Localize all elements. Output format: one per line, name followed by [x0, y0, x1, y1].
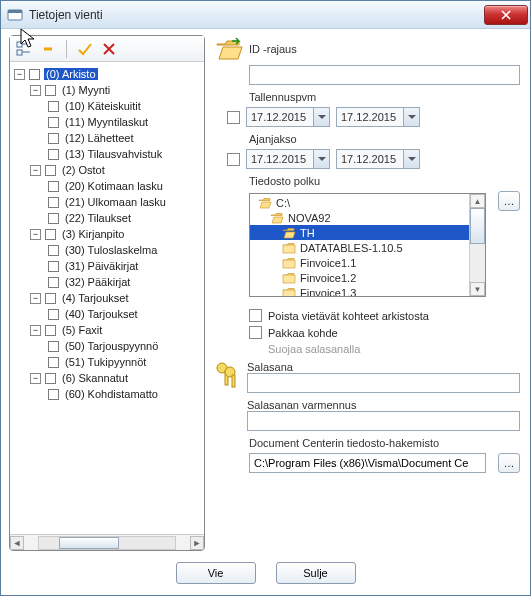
collapse-icon[interactable]: −	[30, 85, 41, 96]
window: Tietojen vienti	[0, 0, 531, 596]
scroll-thumb-v[interactable]	[470, 208, 485, 244]
tree-item[interactable]: (20) Kotimaan lasku	[63, 180, 165, 192]
tree-item[interactable]: (60) Kohdistamatto	[63, 388, 160, 400]
tree-checkbox[interactable]	[45, 229, 56, 240]
salasana-label: Salasana	[247, 361, 520, 373]
tree-checkbox[interactable]	[48, 181, 59, 192]
folder-list[interactable]: C:\NOVA92THDATATABLES-1.10.5Finvoice1.1F…	[249, 193, 486, 297]
tallennuspvm-from[interactable]: 17.12.2015	[246, 107, 330, 127]
folder-item[interactable]: Finvoice1.3	[250, 285, 469, 296]
uncheck-all-icon[interactable]	[101, 41, 117, 57]
tree-group[interactable]: (2) Ostot	[60, 164, 107, 176]
check-all-icon[interactable]	[77, 41, 93, 57]
svg-rect-1	[8, 10, 22, 13]
ajanjakso-from[interactable]: 17.12.2015	[246, 149, 330, 169]
tree-checkbox[interactable]	[45, 85, 56, 96]
collapse-icon[interactable]: −	[30, 165, 41, 176]
tree-item[interactable]: (30) Tuloslaskelma	[63, 244, 159, 256]
folder-open-icon	[270, 212, 284, 224]
tree-item[interactable]: (21) Ulkomaan lasku	[63, 196, 168, 208]
scroll-left-icon[interactable]: ◄	[10, 536, 24, 550]
browse-dc-button[interactable]: …	[498, 453, 520, 473]
tree-checkbox[interactable]	[48, 309, 59, 320]
browse-path-button[interactable]: …	[498, 191, 520, 211]
toolbar-separator	[66, 40, 67, 58]
folder-item[interactable]: TH	[250, 225, 469, 240]
folder-item[interactable]: DATATABLES-1.10.5	[250, 240, 469, 255]
scroll-up-icon[interactable]: ▲	[470, 194, 485, 208]
tree-checkbox[interactable]	[48, 357, 59, 368]
folder-icon	[282, 242, 296, 254]
scroll-right-icon[interactable]: ►	[190, 536, 204, 550]
tree-checkbox[interactable]	[48, 341, 59, 352]
poista-checkbox[interactable]	[249, 309, 262, 322]
vertical-scrollbar[interactable]: ▲ ▼	[469, 194, 485, 296]
id-rajaus-label: ID -rajaus	[249, 43, 297, 55]
ajanjakso-to[interactable]: 17.12.2015	[336, 149, 420, 169]
horizontal-scrollbar[interactable]: ◄ ►	[10, 534, 204, 550]
tallennuspvm-checkbox[interactable]	[227, 111, 240, 124]
tree-group[interactable]: (1) Myynti	[60, 84, 112, 96]
tree-checkbox[interactable]	[45, 325, 56, 336]
scroll-thumb[interactable]	[59, 537, 119, 549]
tree-checkbox[interactable]	[48, 149, 59, 160]
tree-item[interactable]: (40) Tarjoukset	[63, 308, 140, 320]
collapse-icon[interactable]: −	[30, 293, 41, 304]
collapse-icon[interactable]: −	[14, 69, 25, 80]
close-button[interactable]	[484, 5, 528, 25]
export-button[interactable]: Vie	[176, 562, 256, 584]
folder-open-icon	[282, 227, 296, 239]
folder-icon	[282, 272, 296, 284]
tree-checkbox[interactable]	[48, 389, 59, 400]
tree-item[interactable]: (32) Pääkirjat	[63, 276, 132, 288]
tree-group[interactable]: (5) Faxit	[60, 324, 104, 336]
tree-checkbox[interactable]	[48, 117, 59, 128]
tree-checkbox[interactable]	[48, 101, 59, 112]
tree-group[interactable]: (4) Tarjoukset	[60, 292, 130, 304]
pakkaa-checkbox[interactable]	[249, 326, 262, 339]
tree-item[interactable]: (12) Lähetteet	[63, 132, 136, 144]
collapse-icon[interactable]: −	[30, 325, 41, 336]
tree-view[interactable]: − (0) Arkisto −(1) Myynti(10) Käteiskuit…	[10, 62, 204, 534]
tallennuspvm-to[interactable]: 17.12.2015	[336, 107, 420, 127]
salasana-input[interactable]	[247, 373, 520, 393]
tree-checkbox[interactable]	[45, 373, 56, 384]
folder-item[interactable]: Finvoice1.1	[250, 255, 469, 270]
tree-root[interactable]: (0) Arkisto	[44, 68, 98, 80]
tree-checkbox[interactable]	[48, 133, 59, 144]
tree-item[interactable]: (11) Myyntilaskut	[63, 116, 150, 128]
tree-checkbox[interactable]	[45, 293, 56, 304]
tree-group[interactable]: (3) Kirjanpito	[60, 228, 126, 240]
id-rajaus-input[interactable]	[249, 65, 520, 85]
close-dialog-button[interactable]: Sulje	[276, 562, 356, 584]
tree-checkbox[interactable]	[48, 213, 59, 224]
tree-checkbox[interactable]	[48, 277, 59, 288]
tree-item[interactable]: (13) Tilausvahvistuk	[63, 148, 164, 160]
tree-item[interactable]: (50) Tarjouspyynnö	[63, 340, 160, 352]
folder-item[interactable]: C:\	[250, 195, 469, 210]
folder-item[interactable]: Finvoice1.2	[250, 270, 469, 285]
tiedosto-polku-label: Tiedosto polku	[249, 175, 520, 187]
tree-item[interactable]: (10) Käteiskuitit	[63, 100, 143, 112]
tree-group[interactable]: (6) Skannatut	[60, 372, 130, 384]
folder-item-label: DATATABLES-1.10.5	[300, 242, 403, 254]
folder-item[interactable]: NOVA92	[250, 210, 469, 225]
scroll-down-icon[interactable]: ▼	[470, 282, 485, 296]
tree-checkbox[interactable]	[45, 165, 56, 176]
collapse-icon[interactable]: −	[30, 373, 41, 384]
varmennus-label: Salasanan varmennus	[247, 399, 520, 411]
tree-item[interactable]: (22) Tilaukset	[63, 212, 133, 224]
tree-checkbox[interactable]	[48, 261, 59, 272]
tree-item[interactable]: (51) Tukipyynnöt	[63, 356, 148, 368]
expand-all-icon[interactable]	[16, 41, 32, 57]
dc-path-input[interactable]	[249, 453, 486, 473]
ajanjakso-checkbox[interactable]	[227, 153, 240, 166]
tree-checkbox[interactable]	[48, 197, 59, 208]
tree-item[interactable]: (31) Päiväkirjat	[63, 260, 140, 272]
varmennus-input[interactable]	[247, 411, 520, 431]
collapse-all-icon[interactable]	[40, 41, 56, 57]
collapse-icon[interactable]: −	[30, 229, 41, 240]
tree-checkbox[interactable]	[48, 245, 59, 256]
tree-checkbox[interactable]	[29, 69, 40, 80]
right-panel: ID -rajaus Tallennuspvm 17.12.2015 17.12…	[213, 35, 522, 551]
